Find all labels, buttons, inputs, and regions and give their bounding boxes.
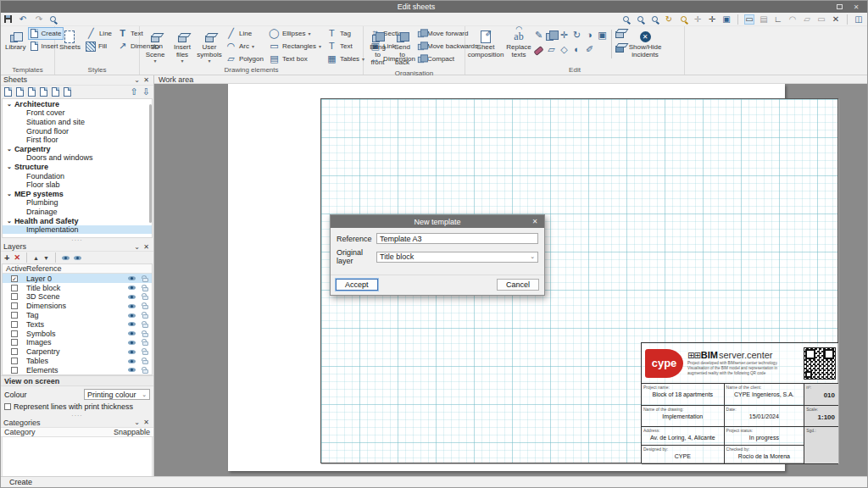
isolate-layer-icon[interactable] <box>74 256 81 260</box>
layer-visibility-icon[interactable] <box>128 276 136 280</box>
pan-icon[interactable]: ✛ <box>693 14 703 25</box>
colour-select[interactable]: Printing colour ⌄ <box>84 389 150 400</box>
layer-visibility-icon[interactable] <box>128 313 136 318</box>
layer-row[interactable]: Carpentry <box>3 347 152 357</box>
close-button[interactable]: ✕ <box>849 2 864 12</box>
layer-visibility-icon[interactable] <box>128 304 136 308</box>
tree-item[interactable]: ⌄ Ground floor <box>3 126 152 136</box>
layer-visibility-icon[interactable] <box>128 331 136 336</box>
dialog-title-bar[interactable]: New template ✕ <box>331 215 544 228</box>
layer-row[interactable]: Title block <box>3 283 152 292</box>
tree-item[interactable]: ⌄ MEP systems <box>3 189 152 198</box>
keyboard-entry-icon[interactable]: ▤ <box>759 14 769 25</box>
fill-style-button[interactable]: Fill <box>83 40 114 53</box>
redraw-icon[interactable]: ↻ <box>664 14 674 25</box>
chevron-down-icon[interactable]: ⌄ <box>7 218 12 225</box>
tree-item[interactable]: ⌄ Plumbing <box>3 198 152 208</box>
layer-active-checkbox[interactable] <box>11 293 18 300</box>
collapse-icon[interactable]: ⌄ <box>132 76 142 84</box>
edit-sheet-icon[interactable] <box>52 87 59 97</box>
line-style-button[interactable]: ╱Line <box>83 27 114 40</box>
layer-visibility-icon[interactable] <box>128 350 136 354</box>
tree-item[interactable]: ⌄ Doors and windows <box>3 153 152 163</box>
tables-button[interactable]: ▦Tables▾ <box>324 53 367 65</box>
layer-lock-icon[interactable] <box>142 296 148 300</box>
layer-up-icon[interactable]: ▲ <box>33 255 39 261</box>
send-to-back-button[interactable]: Send to back <box>391 27 414 69</box>
layer-row[interactable]: Dimensions <box>3 302 152 311</box>
close-icon[interactable]: ✕ <box>142 243 151 251</box>
copy-sheet-icon[interactable] <box>28 87 36 97</box>
title-block[interactable]: cype ⊞⊞ BIM server.center Project develo… <box>641 342 838 463</box>
drawing-viewport[interactable]: cype ⊞⊞ BIM server.center Project develo… <box>154 84 867 478</box>
delete-sheet-icon[interactable] <box>40 87 47 97</box>
layer-lock-icon[interactable] <box>142 351 148 355</box>
view-3d-solid-icon[interactable] <box>615 46 624 53</box>
layer-active-checkbox[interactable] <box>11 321 18 328</box>
align-icon[interactable]: ▣ <box>597 30 608 41</box>
rotate-icon[interactable]: ↻ <box>571 30 582 41</box>
reference-input[interactable] <box>376 233 538 244</box>
mirror-vertical-icon[interactable]: ◑ <box>584 30 595 41</box>
layer-row[interactable]: Texts <box>3 319 152 329</box>
paint-icon[interactable]: ✐ <box>584 44 595 55</box>
tree-scrollbar[interactable] <box>149 104 152 223</box>
layer-active-checkbox[interactable] <box>11 348 18 355</box>
replace-texts-button[interactable]: ab Replace texts <box>505 27 532 62</box>
library-button[interactable]: Library <box>3 27 27 54</box>
accept-button[interactable]: Accept <box>336 279 378 291</box>
tree-item[interactable]: ⌄ Front cover <box>3 108 152 118</box>
layer-active-checkbox[interactable] <box>11 339 18 346</box>
arc-tool-icon[interactable]: ◠ <box>787 14 798 25</box>
tree-item[interactable]: ⌄ Situation and site <box>3 118 152 127</box>
zoom-all-icon[interactable] <box>649 14 659 25</box>
zoom-model-icon[interactable] <box>635 14 645 25</box>
move-view-icon[interactable]: ✛ <box>707 14 717 25</box>
delete-layer-icon[interactable]: ✕ <box>14 253 20 262</box>
layer-row[interactable]: 3D Scene <box>3 292 152 302</box>
layer-visibility-icon[interactable] <box>128 359 136 363</box>
layer-lock-icon[interactable] <box>142 341 148 346</box>
sheet-composition-button[interactable]: Sheet composition <box>468 27 504 62</box>
copy-icon[interactable] <box>546 30 557 41</box>
close-icon[interactable]: ✕ <box>142 76 151 84</box>
layer-active-checkbox[interactable] <box>11 367 18 374</box>
delete-tool-icon[interactable]: ✕ <box>831 14 841 25</box>
layer-lock-icon[interactable] <box>142 360 148 364</box>
layer-row[interactable]: ✓ Layer 0 <box>3 274 152 283</box>
layer-visibility-icon[interactable] <box>128 322 136 326</box>
chevron-down-icon[interactable]: ⌄ <box>7 101 12 108</box>
show-all-layers-icon[interactable] <box>62 256 70 260</box>
layer-visibility-icon[interactable] <box>128 341 136 345</box>
text-box-button[interactable]: ▤Text box▾ <box>266 53 324 65</box>
add-layer-icon[interactable]: + <box>4 252 9 263</box>
edit-polygon-icon[interactable]: ▱ <box>546 44 557 55</box>
text-button[interactable]: TText▾ <box>324 40 367 53</box>
selection-frame-icon[interactable]: ▭ <box>744 14 754 25</box>
layer-visibility-icon[interactable] <box>128 368 136 372</box>
folder-icon[interactable]: ▱ <box>802 14 812 25</box>
cancel-button[interactable]: Cancel <box>497 279 539 291</box>
perpendicular-icon[interactable]: ∟ <box>773 14 783 25</box>
arc-button[interactable]: ◠Arc▾ <box>223 40 266 53</box>
layer-lock-icon[interactable] <box>142 369 148 374</box>
layer-row[interactable]: Tables <box>3 357 152 366</box>
tag-button[interactable]: TTag▾ <box>324 27 367 40</box>
tree-item[interactable]: ⌄ Implementation <box>3 225 152 235</box>
scale-icon[interactable]: ◇ <box>559 44 570 55</box>
new-sheet-icon[interactable] <box>4 87 12 97</box>
layer-active-checkbox[interactable]: ✓ <box>11 275 18 282</box>
layer-lock-icon[interactable] <box>142 287 148 291</box>
tree-item[interactable]: ⌄ Architecture <box>3 99 152 108</box>
layer-row[interactable]: Symbols <box>3 329 152 338</box>
move-icon[interactable]: ✛ <box>559 30 570 41</box>
line-button[interactable]: ╱Line▾ <box>223 27 266 40</box>
layer-active-checkbox[interactable] <box>11 330 18 337</box>
tree-item[interactable]: ⌄ Structure <box>3 163 152 172</box>
layer-row[interactable]: Tag <box>3 311 152 320</box>
tree-item[interactable]: ⌄ Carpentry <box>3 144 152 153</box>
collapse-icon[interactable]: ⌄ <box>132 419 142 426</box>
3d-scene-button[interactable]: 3D Scene ▾ <box>142 27 168 65</box>
layer-lock-icon[interactable] <box>142 324 148 328</box>
layer-lock-icon[interactable] <box>142 314 148 319</box>
